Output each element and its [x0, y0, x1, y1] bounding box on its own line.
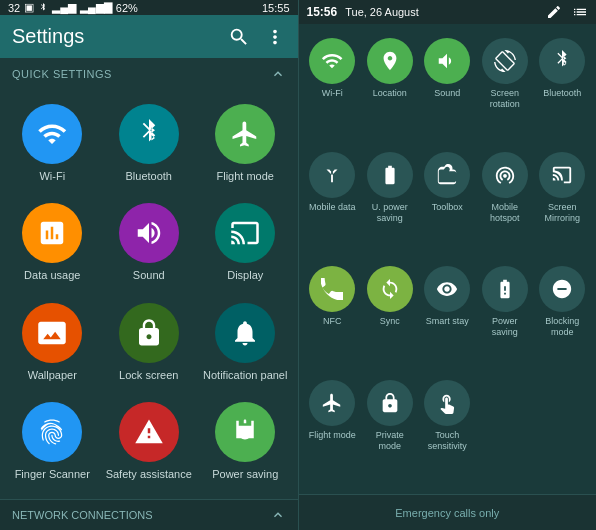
list-icon[interactable] [572, 4, 588, 20]
panel-sound-icon [424, 38, 470, 84]
status-icons-left: 32 ▣ ▂▄▆ ▂▄▆▇ 62% [8, 1, 138, 15]
panel-mobile-data-label: Mobile data [309, 202, 356, 213]
wallpaper-icon-circle [22, 303, 82, 363]
panel-toolbox-icon [424, 152, 470, 198]
panel-toolbox-label: Toolbox [432, 202, 463, 213]
right-time: 15:56 [307, 5, 338, 19]
search-icon[interactable] [228, 26, 250, 48]
panel-smart-stay-label: Smart stay [426, 316, 469, 327]
panel-item-screen-mirroring[interactable]: Screen Mirroring [535, 148, 591, 260]
quick-item-display[interactable]: Display [197, 193, 294, 292]
settings-header: Settings [0, 15, 298, 58]
panel-flight-icon [309, 380, 355, 426]
safety-assistance-label: Safety assistance [106, 468, 192, 481]
quick-item-lock-screen[interactable]: Lock screen [101, 293, 198, 392]
panel-power-saving-label: Power saving [479, 316, 531, 338]
panel-sync-label: Sync [380, 316, 400, 327]
quick-panel-grid: Wi-Fi Location Sound Screen rotation [299, 24, 597, 494]
panel-item-bluetooth[interactable]: Bluetooth [535, 34, 591, 146]
fingerprint-icon-circle [22, 402, 82, 462]
wallpaper-label: Wallpaper [28, 369, 77, 382]
quick-item-notification-panel[interactable]: Notification panel [197, 293, 294, 392]
panel-touch-icon [424, 380, 470, 426]
panel-blocking-icon [539, 266, 585, 312]
panel-item-blocking-mode[interactable]: Blocking mode [535, 262, 591, 374]
panel-rotation-label: Screen rotation [479, 88, 531, 110]
quick-settings-section: QUICK SETTINGS [0, 58, 298, 86]
panel-item-smart-stay[interactable]: Smart stay [420, 262, 476, 374]
panel-hotspot-label: Mobile hotspot [479, 202, 531, 224]
edit-icon[interactable] [546, 4, 562, 20]
finger-scanner-label: Finger Scanner [15, 468, 90, 481]
panel-location-label: Location [373, 88, 407, 99]
status-time: 15:55 [262, 2, 290, 14]
panel-flight-label: Flight mode [309, 430, 356, 441]
signal-strength: 32 [8, 2, 20, 14]
panel-blocking-label: Blocking mode [537, 316, 589, 338]
panel-item-touch-sensitivity[interactable]: Touch sensitivity [420, 376, 476, 488]
network-connections-section[interactable]: NETWORK CONNECTIONS [0, 499, 298, 530]
panel-mobile-data-icon [309, 152, 355, 198]
right-status-bar: 15:56 Tue, 26 August [299, 0, 597, 24]
panel-item-power-saving[interactable]: Power saving [477, 262, 533, 374]
flight-mode-label: Flight mode [217, 170, 274, 183]
panel-u-power-label: U. power saving [364, 202, 416, 224]
emergency-footer: Emergency calls only [299, 494, 597, 530]
panel-item-screen-rotation[interactable]: Screen rotation [477, 34, 533, 146]
quick-item-wallpaper[interactable]: Wallpaper [4, 293, 101, 392]
quick-item-bluetooth[interactable]: Bluetooth [101, 94, 198, 193]
panel-private-label: Private mode [364, 430, 416, 452]
sound-icon-circle [119, 203, 179, 263]
network-connections-label: NETWORK CONNECTIONS [12, 509, 153, 521]
header-actions [228, 26, 286, 48]
panel-item-sound[interactable]: Sound [420, 34, 476, 146]
panel-bluetooth-label: Bluetooth [543, 88, 581, 99]
panel-mirroring-label: Screen Mirroring [537, 202, 589, 224]
panel-item-nfc[interactable]: NFC [305, 262, 361, 374]
more-menu-icon[interactable] [264, 26, 286, 48]
panel-location-icon [367, 38, 413, 84]
quick-item-wifi[interactable]: Wi-Fi [4, 94, 101, 193]
panel-item-u-power-saving[interactable]: U. power saving [362, 148, 418, 260]
panel-item-mobile-hotspot[interactable]: Mobile hotspot [477, 148, 533, 260]
power-saving-icon-circle [215, 402, 275, 462]
panel-item-toolbox[interactable]: Toolbox [420, 148, 476, 260]
lock-screen-icon-circle [119, 303, 179, 363]
right-status-actions [546, 4, 588, 20]
page-title: Settings [12, 25, 84, 48]
panel-sound-label: Sound [434, 88, 460, 99]
sim-icon: ▣ [24, 1, 34, 14]
display-label: Display [227, 269, 263, 282]
expand-icon[interactable] [270, 507, 286, 523]
panel-smart-stay-icon [424, 266, 470, 312]
panel-item-location[interactable]: Location [362, 34, 418, 146]
panel-mirroring-icon [539, 152, 585, 198]
panel-item-mobile-data[interactable]: Mobile data [305, 148, 361, 260]
panel-touch-label: Touch sensitivity [422, 430, 474, 452]
panel-private-icon [367, 380, 413, 426]
quick-settings-grid: Wi-Fi Bluetooth Flight mode Data usage [0, 86, 298, 499]
wifi-icon-circle [22, 104, 82, 164]
quick-item-flight-mode[interactable]: Flight mode [197, 94, 294, 193]
quick-item-sound[interactable]: Sound [101, 193, 198, 292]
lock-screen-label: Lock screen [119, 369, 178, 382]
panel-item-sync[interactable]: Sync [362, 262, 418, 374]
flight-icon-circle [215, 104, 275, 164]
quick-item-finger-scanner[interactable]: Finger Scanner [4, 392, 101, 491]
power-saving-label: Power saving [212, 468, 278, 481]
quick-item-data-usage[interactable]: Data usage [4, 193, 101, 292]
notification-panel-label: Notification panel [203, 369, 287, 382]
bluetooth-icon-circle [119, 104, 179, 164]
panel-power-saving-icon [482, 266, 528, 312]
data-usage-label: Data usage [24, 269, 80, 282]
quick-item-safety-assistance[interactable]: Safety assistance [101, 392, 198, 491]
data-usage-icon-circle [22, 203, 82, 263]
collapse-icon[interactable] [270, 66, 286, 82]
emergency-text: Emergency calls only [395, 507, 499, 519]
panel-item-private-mode[interactable]: Private mode [362, 376, 418, 488]
panel-item-flight-mode[interactable]: Flight mode [305, 376, 361, 488]
right-date: Tue, 26 August [345, 6, 419, 18]
panel-item-wifi[interactable]: Wi-Fi [305, 34, 361, 146]
display-icon-circle [215, 203, 275, 263]
quick-item-power-saving[interactable]: Power saving [197, 392, 294, 491]
